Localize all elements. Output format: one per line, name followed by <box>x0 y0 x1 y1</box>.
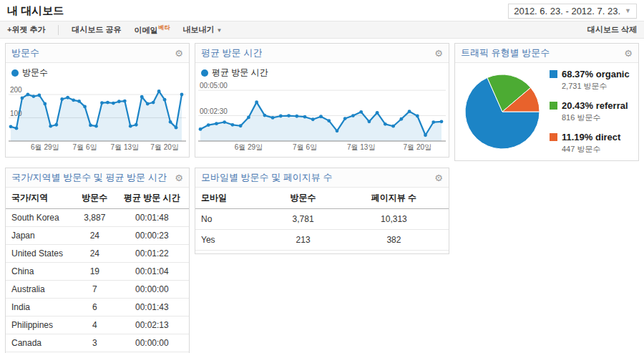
table-row: South Korea3,88700:01:48 <box>6 209 189 227</box>
table-cell: Canada <box>6 334 74 352</box>
table-cell: India <box>6 299 74 316</box>
table-cell: Japan <box>6 227 74 245</box>
table-cell: South Korea <box>6 209 74 227</box>
slice-name: organic <box>596 69 630 79</box>
svg-text:00:02:30: 00:02:30 <box>200 107 228 115</box>
legend-swatch-icon <box>550 102 557 110</box>
dashboard-toolbar: +위젯 추가 대시보드 공유 이메일베타 내보내기▼ 대시보드 삭제 <box>0 21 644 39</box>
svg-text:7월 20일: 7월 20일 <box>404 143 431 151</box>
table-cell: 00:00:23 <box>115 227 189 245</box>
table-cell: 24 <box>74 245 115 263</box>
share-dashboard-button[interactable]: 대시보드 공유 <box>72 24 121 35</box>
table-cell: 3,887 <box>74 209 115 227</box>
widget-mobile-table: 모바일별 방문수 및 페이지뷰 수 ⚙ 모바일 방문수 페이지뷰 수 No3,7… <box>195 168 449 254</box>
table-cell: Yes <box>195 230 267 251</box>
slice-percent: 20.43% <box>562 100 593 111</box>
table-cell: No <box>195 209 267 230</box>
table-row: Yes213382 <box>195 230 449 251</box>
table-cell: 6 <box>74 299 115 316</box>
svg-text:7월 6일: 7월 6일 <box>73 143 97 151</box>
export-button[interactable]: 내보내기▼ <box>183 24 223 35</box>
duration-line-chart: 00:05:0000:02:306월 29일7월 6일7월 13일7월 20일 <box>198 81 446 153</box>
legend-swatch-icon <box>550 133 557 141</box>
table-header-row: 모바일 방문수 페이지뷰 수 <box>195 188 449 209</box>
widget-duration-title: 평균 방문 시간 <box>201 47 262 59</box>
svg-text:00:05:00: 00:05:00 <box>200 82 228 90</box>
table-cell: 3 <box>74 334 115 352</box>
pie-legend-item-direct: 11.19% direct 447 방문수 <box>550 132 630 155</box>
widget-visits-title: 방문수 <box>11 47 39 59</box>
slice-visits: 2,731 방문수 <box>562 81 630 92</box>
slice-visits: 816 방문수 <box>562 112 630 123</box>
dashboard-grid: 방문수 ⚙ 방문수 2001006월 29일7월 6일7월 13일7월 20일 … <box>0 39 644 353</box>
pie-legend-item-organic: 68.37% organic 2,731 방문수 <box>550 69 630 92</box>
table-row: Philippines400:02:13 <box>6 316 189 334</box>
email-button-label: 이메일 <box>135 26 158 34</box>
date-range-text: 2012. 6. 23. - 2012. 7. 23. <box>514 6 620 16</box>
table-cell: China <box>6 263 74 281</box>
table-cell: 00:00:00 <box>115 281 189 299</box>
column-header: 방문수 <box>267 188 338 209</box>
widget-settings-gear-icon[interactable]: ⚙ <box>434 49 443 58</box>
svg-text:7월 13일: 7월 13일 <box>347 143 375 151</box>
visits-line-chart: 2001006월 29일7월 6일7월 13일7월 20일 <box>9 81 186 153</box>
beta-badge: 베타 <box>159 24 170 31</box>
export-button-label: 내보내기 <box>183 25 215 34</box>
table-cell: 00:01:43 <box>115 299 189 316</box>
toolbar-divider <box>58 25 59 35</box>
table-cell: United States <box>6 245 74 263</box>
table-cell: 213 <box>267 230 338 251</box>
mobile-table: 모바일 방문수 페이지뷰 수 No3,78110,313Yes213382 <box>195 188 449 251</box>
widget-settings-gear-icon[interactable]: ⚙ <box>175 173 183 183</box>
table-row: India600:01:43 <box>6 299 189 316</box>
slice-visits: 447 방문수 <box>562 144 630 155</box>
table-cell: 3,781 <box>267 209 338 230</box>
slice-name: direct <box>595 132 620 142</box>
table-cell: 382 <box>339 230 449 251</box>
email-button[interactable]: 이메일베타 <box>135 24 170 36</box>
legend-label: 방문수 <box>22 67 48 79</box>
table-cell: 19 <box>74 263 115 281</box>
table-cell: 00:01:48 <box>115 209 189 227</box>
widget-visits: 방문수 ⚙ 방문수 2001006월 29일7월 6일7월 13일7월 20일 <box>5 43 190 158</box>
svg-text:6월 29일: 6월 29일 <box>235 143 263 151</box>
table-row: Canada300:00:00 <box>6 334 189 352</box>
country-table: 국가/지역 방문수 평균 방문 시간 South Korea3,88700:01… <box>6 188 189 353</box>
widget-settings-gear-icon[interactable]: ⚙ <box>624 49 633 58</box>
column-header: 평균 방문 시간 <box>115 188 189 209</box>
svg-text:200: 200 <box>10 86 22 94</box>
column-header: 페이지뷰 수 <box>339 188 449 209</box>
table-cell: 7 <box>74 281 115 299</box>
legend-swatch-icon <box>550 70 557 78</box>
add-widget-button[interactable]: +위젯 추가 <box>7 24 45 35</box>
duration-chart-legend: 평균 방문 시간 <box>195 63 449 79</box>
legend-label: 평균 방문 시간 <box>212 67 268 79</box>
svg-text:6월 29일: 6월 29일 <box>31 143 59 151</box>
table-cell: 00:01:04 <box>115 263 189 281</box>
table-cell: Philippines <box>6 316 74 334</box>
slice-percent: 11.19% <box>562 132 592 142</box>
svg-text:7월 13일: 7월 13일 <box>111 143 139 151</box>
pie-legend-item-referral: 20.43% referral 816 방문수 <box>550 100 630 123</box>
delete-dashboard-button[interactable]: 대시보드 삭제 <box>587 24 637 35</box>
widget-mobile-title: 모바일별 방문수 및 페이지뷰 수 <box>201 171 332 184</box>
widget-avg-duration: 평균 방문 시간 ⚙ 평균 방문 시간 00:05:0000:02:306월 2… <box>195 43 449 158</box>
table-row: Japan2400:00:23 <box>6 227 189 245</box>
legend-dot-icon <box>201 69 208 77</box>
slice-percent: 68.37% <box>562 69 593 79</box>
legend-dot-icon <box>11 69 19 77</box>
table-cell: 00:01:22 <box>115 245 189 263</box>
slice-name: referral <box>596 100 628 111</box>
svg-text:7월 20일: 7월 20일 <box>150 143 178 151</box>
widget-settings-gear-icon[interactable]: ⚙ <box>175 49 183 58</box>
column-header: 방문수 <box>74 188 115 209</box>
table-cell: Australia <box>6 281 74 299</box>
table-cell: 24 <box>74 227 115 245</box>
widget-traffic-title: 트래픽 유형별 방문수 <box>461 47 550 59</box>
visits-chart-legend: 방문수 <box>6 63 189 79</box>
date-range-selector[interactable]: 2012. 6. 23. - 2012. 7. 23. ▼ <box>508 4 637 19</box>
table-header-row: 국가/지역 방문수 평균 방문 시간 <box>6 188 189 209</box>
svg-text:7월 6일: 7월 6일 <box>293 143 317 151</box>
widget-settings-gear-icon[interactable]: ⚙ <box>434 173 443 183</box>
traffic-pie-chart <box>462 72 542 152</box>
